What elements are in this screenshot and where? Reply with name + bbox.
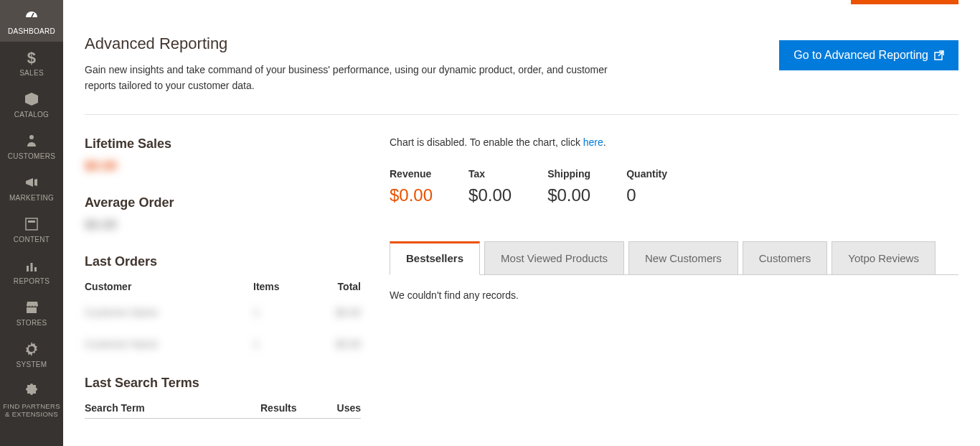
bars-icon — [23, 257, 40, 274]
sidebar-item-customers[interactable]: CUSTOMERS — [0, 125, 63, 167]
average-order-block: Average Order $0.00 — [85, 195, 361, 233]
metric-quantity: Quantity 0 — [626, 168, 667, 205]
divider — [85, 114, 958, 115]
lifetime-sales-title: Lifetime Sales — [85, 136, 361, 152]
metric-label: Revenue — [390, 168, 433, 180]
sidebar-label: CATALOG — [14, 111, 49, 119]
average-order-value: $0.00 — [85, 218, 361, 233]
cell-customer: Customer Name — [85, 338, 253, 350]
go-to-advanced-reporting-button[interactable]: Go to Advanced Reporting — [779, 40, 958, 70]
metric-label: Tax — [468, 168, 512, 180]
last-search-terms-title: Last Search Terms — [85, 376, 361, 391]
sidebar-label: REPORTS — [14, 277, 50, 286]
storefront-icon — [23, 299, 40, 316]
person-icon — [23, 132, 40, 149]
table-row[interactable]: Customer Name 1 $0.00 — [85, 297, 361, 328]
sidebar-item-catalog[interactable]: CATALOG — [0, 83, 63, 125]
last-orders-section: Last Orders Customer Items Total Custome… — [85, 254, 361, 360]
sidebar-item-marketing[interactable]: MARKETING — [0, 167, 63, 208]
dashboard-tabs: Bestsellers Most Viewed Products New Cus… — [390, 241, 958, 275]
svg-rect-16 — [31, 263, 33, 271]
sidebar-label: CONTENT — [14, 236, 50, 244]
cell-items: 1 — [253, 307, 311, 318]
puzzle-icon — [23, 382, 40, 399]
advanced-reporting-section: Advanced Reporting Gain new insights and… — [85, 34, 958, 94]
metric-value: 0 — [626, 185, 667, 205]
metrics-row: Revenue $0.00 Tax $0.00 Shipping $0.00 Q… — [390, 168, 958, 205]
sidebar-item-stores[interactable]: STORES — [0, 292, 63, 333]
last-orders-title: Last Orders — [85, 254, 361, 269]
gear-icon — [23, 340, 40, 358]
button-label: Go to Advanced Reporting — [793, 49, 928, 62]
cell-total: $0.00 — [311, 338, 361, 350]
col-items: Items — [253, 281, 311, 292]
main-content: Advanced Reporting Gain new insights and… — [63, 0, 980, 446]
svg-rect-14 — [28, 220, 35, 223]
sidebar-item-dashboard[interactable]: DASHBOARD — [0, 0, 63, 42]
content-icon — [23, 215, 40, 233]
box-icon — [23, 90, 40, 108]
top-accent-bar — [851, 0, 958, 4]
sidebar-item-partners[interactable]: FIND PARTNERS & EXTENSIONS — [0, 375, 63, 424]
metric-label: Shipping — [547, 168, 590, 180]
cell-customer: Customer Name — [85, 307, 253, 318]
sidebar-label: CUSTOMERS — [8, 152, 55, 161]
metric-value: $0.00 — [547, 185, 590, 205]
last-orders-header: Customer Items Total — [85, 277, 361, 297]
metric-value: $0.00 — [390, 185, 433, 205]
col-uses: Uses — [318, 402, 361, 414]
metric-revenue: Revenue $0.00 — [390, 168, 433, 205]
svg-rect-13 — [26, 218, 37, 230]
chart-enable-link[interactable]: here — [583, 136, 603, 148]
cell-items: 1 — [253, 338, 311, 350]
tab-yotpo-reviews[interactable]: Yotpo Reviews — [831, 241, 936, 274]
sidebar-label: STORES — [17, 319, 47, 327]
dollar-icon: $ — [23, 49, 40, 66]
tab-customers[interactable]: Customers — [743, 241, 828, 274]
metric-label: Quantity — [626, 168, 667, 180]
table-row[interactable]: Customer Name 1 $0.00 — [85, 328, 361, 360]
tab-most-viewed[interactable]: Most Viewed Products — [484, 241, 624, 274]
svg-rect-15 — [27, 266, 29, 271]
col-customer: Customer — [85, 281, 253, 292]
col-total: Total — [311, 281, 361, 292]
svg-text:$: $ — [27, 49, 37, 66]
advanced-reporting-desc: Gain new insights and take command of yo… — [85, 62, 630, 94]
last-search-terms-header: Search Term Results Uses — [85, 398, 361, 419]
sidebar-label: DASHBOARD — [8, 27, 55, 36]
external-link-icon — [934, 50, 944, 60]
dashboard-icon — [23, 7, 40, 24]
tab-new-customers[interactable]: New Customers — [628, 241, 738, 274]
chart-disabled-note: Chart is disabled. To enable the chart, … — [390, 136, 958, 148]
sidebar-label: FIND PARTNERS & EXTENSIONS — [3, 402, 60, 419]
sidebar: DASHBOARD $ SALES CATALOG CUSTOMERS MARK… — [0, 0, 63, 446]
sidebar-label: SYSTEM — [17, 361, 47, 369]
svg-point-12 — [29, 135, 34, 139]
svg-rect-17 — [34, 267, 37, 271]
sidebar-label: MARKETING — [9, 194, 54, 203]
col-results: Results — [260, 402, 318, 414]
cell-total: $0.00 — [311, 307, 361, 318]
chart-note-prefix: Chart is disabled. To enable the chart, … — [390, 136, 583, 148]
tab-bestsellers[interactable]: Bestsellers — [390, 241, 480, 275]
chart-note-suffix: . — [603, 136, 606, 148]
lifetime-sales-value: $0.00 — [85, 159, 361, 174]
average-order-title: Average Order — [85, 195, 361, 210]
megaphone-icon — [23, 174, 40, 191]
advanced-reporting-title: Advanced Reporting — [85, 34, 630, 53]
sidebar-item-content[interactable]: CONTENT — [0, 208, 63, 250]
metric-shipping: Shipping $0.00 — [547, 168, 590, 205]
sidebar-item-reports[interactable]: REPORTS — [0, 250, 63, 292]
sidebar-label: SALES — [19, 69, 44, 78]
last-search-terms-section: Last Search Terms Search Term Results Us… — [85, 376, 361, 419]
sidebar-item-sales[interactable]: $ SALES — [0, 42, 63, 83]
tab-content-empty: We couldn't find any records. — [390, 275, 958, 315]
sidebar-item-system[interactable]: SYSTEM — [0, 333, 63, 375]
metric-value: $0.00 — [468, 185, 512, 205]
metric-tax: Tax $0.00 — [468, 168, 512, 205]
col-search-term: Search Term — [85, 402, 260, 414]
lifetime-sales-block: Lifetime Sales $0.00 — [85, 136, 361, 174]
